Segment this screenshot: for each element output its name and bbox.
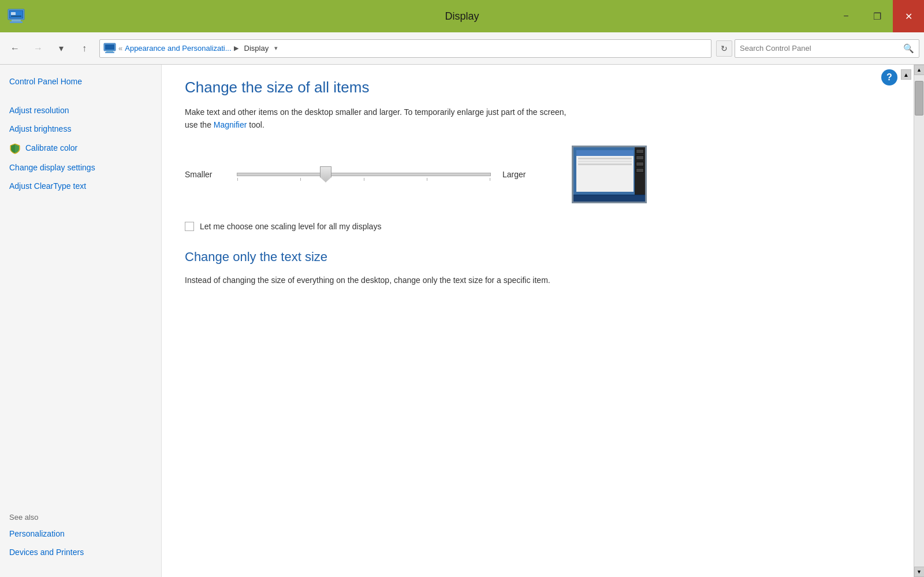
scrollbar-thumb-area xyxy=(914,75,924,567)
shield-icon xyxy=(9,143,21,154)
scrollbar: ▲ ▼ xyxy=(914,65,924,577)
slider-container xyxy=(237,163,491,186)
svg-rect-10 xyxy=(105,52,114,53)
section2-desc: Instead of changing the size of everythi… xyxy=(185,274,578,286)
content-panel: ? ▲ Change the size of all items Make te… xyxy=(162,65,914,577)
slider-smaller-label: Smaller xyxy=(185,170,225,179)
forward-button[interactable]: → xyxy=(28,38,49,59)
search-input[interactable] xyxy=(740,44,900,53)
back-button[interactable]: ← xyxy=(5,38,25,59)
slider-area: Smaller Larger xyxy=(185,146,891,203)
sidebar-item-personalization[interactable]: Personalization xyxy=(9,528,152,539)
sidebar-item-adjust-cleartype[interactable]: Adjust ClearType text xyxy=(9,181,152,191)
breadcrumb-link-appearance[interactable]: Appearance and Personalizati... xyxy=(125,44,231,53)
checkbox-label: Let me choose one scaling level for all … xyxy=(200,222,381,231)
svg-rect-2 xyxy=(12,20,21,21)
slider-thumb[interactable] xyxy=(320,166,331,183)
breadcrumb-chevron-icon[interactable]: ▾ xyxy=(274,44,278,52)
close-button[interactable]: ✕ xyxy=(893,0,924,32)
svg-rect-6 xyxy=(11,16,21,17)
refresh-button[interactable]: ↻ xyxy=(716,40,732,57)
window-title: Display xyxy=(445,10,479,23)
up-button[interactable]: ↑ xyxy=(74,38,95,59)
scrollbar-thumb[interactable] xyxy=(915,81,923,116)
computer-icon xyxy=(103,42,116,55)
title-bar: Display − ❐ ✕ xyxy=(0,0,924,32)
maximize-button[interactable]: ❐ xyxy=(862,0,893,32)
sidebar-item-devices-printers[interactable]: Devices and Printers xyxy=(9,547,152,557)
sidebar-item-calibrate-color[interactable]: Calibrate color xyxy=(9,143,152,154)
nav-bar: ← → ▾ ↑ « Appearance and Personalizati..… xyxy=(0,32,924,65)
breadcrumb-current: Display xyxy=(241,44,273,53)
sidebar: Control Panel Home Adjust resolution Adj… xyxy=(0,65,162,577)
dropdown-button[interactable]: ▾ xyxy=(51,38,72,59)
checkbox-row: Let me choose one scaling level for all … xyxy=(185,222,891,231)
scrollbar-up-button[interactable]: ▲ xyxy=(914,65,925,75)
slider-track xyxy=(237,173,491,176)
main-area: Control Panel Home Adjust resolution Adj… xyxy=(0,65,924,577)
help-button[interactable]: ? xyxy=(881,69,897,85)
main-section-desc: Make text and other items on the desktop… xyxy=(185,106,578,132)
svg-rect-5 xyxy=(11,12,16,15)
slider-larger-label: Larger xyxy=(502,170,543,179)
scaling-checkbox[interactable] xyxy=(185,222,194,231)
svg-rect-9 xyxy=(106,51,113,52)
minimize-button[interactable]: − xyxy=(830,0,862,32)
svg-rect-3 xyxy=(10,21,23,23)
display-preview xyxy=(572,146,647,203)
main-section-title: Change the size of all items xyxy=(185,79,891,96)
window-controls: − ❐ ✕ xyxy=(830,0,924,32)
scrollbar-down-button[interactable]: ▼ xyxy=(914,567,925,577)
see-also-label: See also xyxy=(9,513,152,522)
breadcrumb-arrow: ▶ xyxy=(234,44,239,52)
sidebar-item-adjust-brightness[interactable]: Adjust brightness xyxy=(9,124,152,134)
window-icon xyxy=(7,7,25,25)
sidebar-item-adjust-resolution[interactable]: Adjust resolution xyxy=(9,105,152,116)
breadcrumb-separator: « xyxy=(118,44,122,53)
scroll-up-icon[interactable]: ▲ xyxy=(901,69,911,80)
search-bar: 🔍 xyxy=(735,39,919,58)
magnifier-link[interactable]: Magnifier xyxy=(214,120,247,129)
search-icon[interactable]: 🔍 xyxy=(903,43,914,54)
sidebar-item-change-display-settings[interactable]: Change display settings xyxy=(9,162,152,173)
desc-text-part2: tool. xyxy=(247,120,264,129)
sidebar-item-control-panel-home[interactable]: Control Panel Home xyxy=(9,76,152,87)
section2-title: Change only the text size xyxy=(185,250,891,265)
breadcrumb: « Appearance and Personalizati... ▶ Disp… xyxy=(99,39,711,58)
svg-rect-8 xyxy=(105,44,114,50)
